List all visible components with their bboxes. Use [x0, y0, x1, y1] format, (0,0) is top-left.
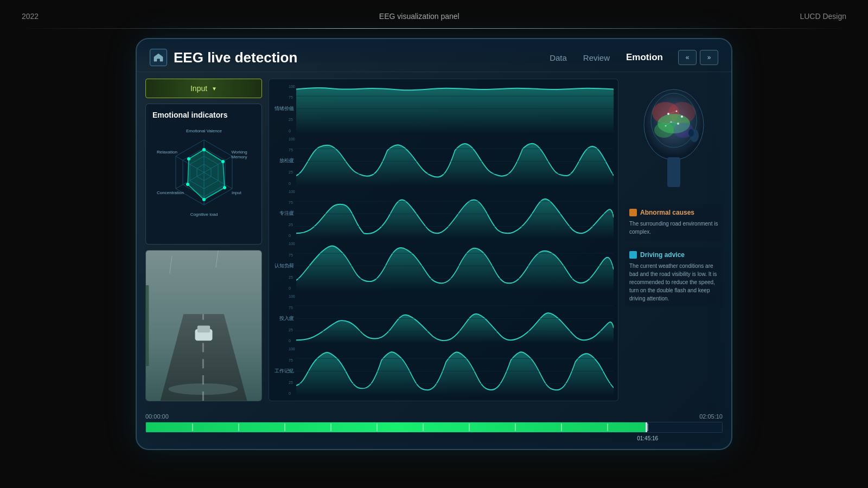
svg-point-16 — [187, 157, 190, 160]
app-header: EEG live detection Data Review Emotion «… — [137, 39, 731, 72]
time-end: 02:05:10 — [699, 413, 723, 420]
device-frame: EEG live detection Data Review Emotion «… — [136, 38, 732, 450]
tick-current — [647, 423, 648, 431]
chart-svg-0 — [296, 84, 614, 134]
svg-text:Memory: Memory — [231, 155, 247, 159]
timeline-ticks — [146, 422, 722, 432]
camera-feed — [145, 250, 262, 401]
tick-4 — [330, 423, 331, 431]
tick-8 — [515, 423, 516, 431]
abnormal-heading: Abnormal causes — [629, 209, 718, 216]
driving-advice-section: Driving advice The current weather condi… — [625, 247, 723, 307]
home-button[interactable] — [150, 49, 167, 66]
tab-review[interactable]: Review — [583, 53, 610, 62]
svg-point-15 — [186, 183, 189, 186]
emotional-indicators-box: Emotional indicators — [145, 104, 262, 245]
time-start: 00:00:00 — [145, 413, 169, 420]
advice-heading: Driving advice — [629, 251, 718, 259]
main-content: Input ▼ Emotional indicators — [137, 72, 731, 408]
tick-3 — [284, 423, 285, 431]
radar-svg: Emotional Valence Working Memory Input C… — [155, 124, 253, 219]
tick-1 — [192, 423, 193, 431]
timeline-track[interactable] — [145, 422, 723, 433]
timeline-thumb[interactable] — [646, 422, 647, 433]
svg-point-31 — [169, 383, 238, 395]
chart-svg-2 — [296, 189, 614, 239]
svg-text:Relaxation: Relaxation — [157, 150, 177, 155]
tab-data[interactable]: Data — [550, 53, 567, 62]
chart-row-1: 放松度 100 75 50 25 0 — [296, 136, 614, 187]
app-title: EEG live detection — [174, 49, 543, 66]
tick-5 — [376, 423, 378, 431]
svg-text:Working: Working — [231, 150, 247, 155]
dropdown-arrow-icon: ▼ — [212, 86, 217, 92]
chart-row-0: 情绪价值 100 75 50 25 0 — [296, 84, 614, 134]
time-labels: 00:00:00 02:05:10 — [145, 413, 723, 420]
chart-row-2: 专注度 100 75 50 25 0 — [296, 189, 614, 239]
brain-svg — [630, 81, 717, 195]
input-label: Input — [190, 84, 207, 93]
brain-visual — [625, 79, 723, 198]
home-icon — [154, 53, 163, 62]
panel-title: EEG visualization panel — [379, 12, 459, 21]
svg-rect-30 — [197, 326, 210, 333]
input-dropdown[interactable]: Input ▼ — [145, 79, 262, 98]
year-label: 2022 — [22, 12, 39, 21]
timeline-bar: 00:00:00 02:05:10 01:45:16 — [137, 408, 731, 449]
emotional-indicators-title: Emotional indicators — [152, 111, 255, 119]
nav-tabs: Data Review Emotion — [550, 52, 663, 63]
abnormal-title: Abnormal causes — [640, 209, 694, 216]
chart-row-4: 投入度 100 75 50 25 0 — [296, 293, 614, 344]
right-panel: Abnormal causes The surrounding road env… — [625, 79, 723, 401]
chart-row-3: 认知负荷 100 75 50 25 0 — [296, 241, 614, 291]
chart-svg-5 — [296, 346, 614, 396]
svg-point-13 — [223, 186, 226, 189]
svg-text:Emotional Valence: Emotional Valence — [186, 129, 222, 133]
chart-svg-4 — [296, 293, 614, 344]
tick-6 — [423, 423, 424, 431]
svg-text:Input: Input — [232, 190, 242, 195]
tick-2 — [238, 423, 239, 431]
camera-road-svg — [146, 251, 261, 401]
abnormal-icon — [629, 209, 637, 216]
chart-svg-1 — [296, 136, 614, 187]
svg-text:Concentration: Concentration — [157, 190, 184, 195]
svg-marker-10 — [188, 150, 225, 200]
prev-button[interactable]: « — [678, 50, 697, 65]
tick-7 — [469, 423, 470, 431]
chart-svg-3 — [296, 241, 614, 291]
next-button[interactable]: » — [700, 50, 718, 65]
svg-rect-58 — [667, 157, 680, 187]
time-current: 01:45:16 — [637, 435, 658, 441]
svg-point-76 — [688, 129, 694, 137]
tick-10 — [607, 423, 608, 431]
svg-point-14 — [202, 198, 206, 201]
advice-title: Driving advice — [640, 251, 685, 259]
svg-rect-25 — [146, 285, 149, 366]
svg-text:Cognitive load: Cognitive load — [190, 212, 218, 217]
chart-row-5: 工作记忆 100 75 50 25 0 — [296, 346, 614, 396]
left-panel: Input ▼ Emotional indicators — [145, 79, 262, 401]
top-line — [16, 28, 852, 29]
advice-icon — [629, 251, 637, 259]
radar-chart: Emotional Valence Working Memory Input C… — [155, 124, 253, 221]
abnormal-causes-section: Abnormal causes The surrounding road env… — [625, 204, 723, 240]
center-charts-panel: 情绪价值 100 75 50 25 0 — [269, 79, 618, 401]
tab-emotion[interactable]: Emotion — [626, 52, 663, 63]
top-bar: 2022 EEG visualization panel LUCD Design — [0, 0, 868, 33]
abnormal-body: The surrounding road environment is comp… — [629, 220, 718, 236]
brand-label: LUCD Design — [800, 12, 846, 21]
svg-point-11 — [202, 148, 206, 151]
tick-9 — [561, 423, 562, 431]
nav-arrows: « » — [678, 50, 718, 65]
svg-point-63 — [654, 123, 674, 138]
advice-body: The current weather conditions are bad a… — [629, 262, 718, 303]
svg-point-12 — [221, 160, 225, 163]
